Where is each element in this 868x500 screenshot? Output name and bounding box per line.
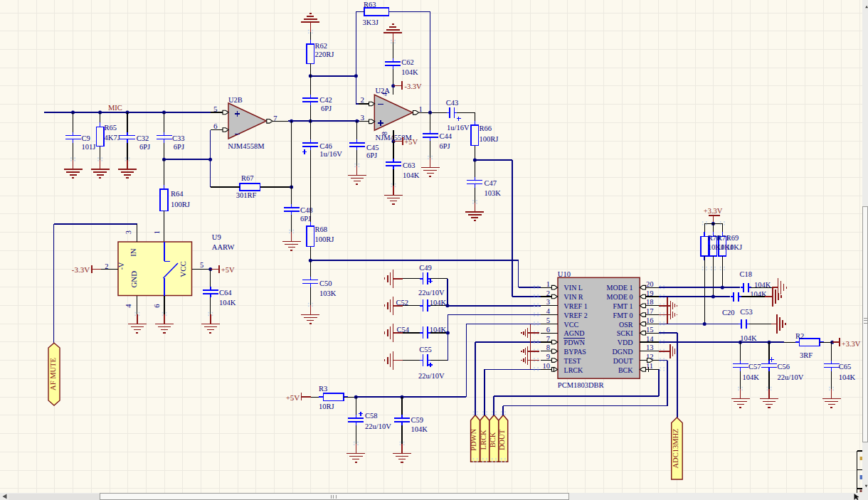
svg-text:VIN R: VIN R (564, 293, 583, 301)
svg-text:6PJ: 6PJ (321, 105, 332, 112)
svg-text:13: 13 (646, 344, 654, 351)
svg-text:C47: C47 (484, 179, 497, 187)
svg-text:C33: C33 (172, 134, 185, 142)
svg-text:2: 2 (546, 289, 550, 297)
svg-text:4K7J: 4K7J (105, 134, 120, 142)
svg-text:VREF 2: VREF 2 (564, 312, 588, 319)
svg-text:10KJ: 10KJ (726, 243, 742, 251)
svg-text:MIC: MIC (108, 104, 122, 112)
svg-text:18: 18 (646, 298, 654, 306)
svg-text:U9: U9 (212, 233, 221, 241)
svg-text:6: 6 (546, 326, 550, 334)
svg-text:R64: R64 (171, 190, 184, 198)
svg-text:6PJ: 6PJ (440, 142, 450, 150)
svg-text:FMT 1: FMT 1 (613, 302, 633, 310)
svg-text:17: 17 (646, 307, 654, 315)
svg-text:6PJ: 6PJ (174, 143, 184, 151)
svg-text:U2B: U2B (228, 96, 243, 104)
svg-text:C55: C55 (419, 346, 432, 353)
svg-text:AGND: AGND (564, 329, 585, 337)
svg-text:3: 3 (546, 298, 550, 306)
svg-text:104K: 104K (839, 373, 856, 381)
svg-text:+5V: +5V (404, 138, 418, 146)
svg-text:1: 1 (546, 280, 550, 288)
svg-text:20: 20 (646, 280, 654, 288)
svg-text:LRCK: LRCK (480, 430, 487, 450)
svg-text:C32: C32 (137, 134, 149, 142)
svg-text:IN: IN (129, 248, 137, 257)
svg-text:22u/10V: 22u/10V (365, 422, 391, 430)
svg-text:5: 5 (200, 261, 203, 269)
svg-text:104K: 104K (743, 373, 760, 381)
svg-text:C62: C62 (401, 58, 414, 66)
svg-text:22u/10V: 22u/10V (418, 289, 445, 297)
svg-text:5: 5 (213, 105, 218, 113)
svg-text:1u/16V: 1u/16V (447, 124, 470, 132)
svg-text:+5V: +5V (286, 393, 300, 402)
svg-text:8: 8 (546, 344, 550, 351)
svg-text:15: 15 (646, 326, 654, 334)
svg-text:BCK: BCK (489, 432, 497, 447)
svg-text:4: 4 (546, 307, 551, 315)
svg-text:C63: C63 (403, 161, 416, 169)
svg-text:8: 8 (381, 132, 388, 135)
svg-text:7: 7 (546, 335, 550, 343)
svg-text:BYPAS: BYPAS (564, 348, 586, 356)
svg-text:4: 4 (125, 304, 132, 308)
svg-text:100RJ: 100RJ (479, 135, 498, 143)
svg-text:R62: R62 (314, 42, 327, 50)
svg-text:104K: 104K (219, 299, 236, 307)
svg-text:R69: R69 (726, 234, 739, 242)
svg-text:DGND: DGND (613, 348, 633, 356)
svg-text:PCM1803DBR: PCM1803DBR (558, 381, 604, 389)
svg-text:SCKI: SCKI (617, 329, 633, 337)
svg-text:5: 5 (546, 317, 550, 324)
svg-text:+3.3V: +3.3V (704, 207, 723, 215)
svg-text:VREF 1: VREF 1 (564, 302, 588, 310)
svg-text:1u/16V: 1u/16V (319, 150, 342, 158)
svg-text:R2: R2 (795, 332, 804, 340)
svg-text:AF MUTE: AF MUTE (49, 358, 57, 390)
svg-text:220RJ: 220RJ (314, 50, 334, 58)
svg-text:16: 16 (646, 317, 654, 324)
svg-text:6PJ: 6PJ (139, 143, 150, 151)
svg-text:+3.3V: +3.3V (842, 340, 861, 348)
svg-text:104K: 104K (740, 334, 757, 342)
svg-text:3: 3 (125, 230, 132, 234)
svg-text:C57: C57 (748, 363, 761, 371)
svg-text:3K3J: 3K3J (363, 18, 379, 26)
svg-text:C18: C18 (740, 270, 753, 278)
svg-text:1: 1 (153, 230, 161, 234)
svg-text:100RJ: 100RJ (315, 235, 334, 243)
svg-text:C58: C58 (365, 412, 378, 420)
svg-text:U10: U10 (558, 270, 571, 278)
svg-text:C56: C56 (778, 363, 790, 371)
svg-text:10: 10 (543, 362, 551, 370)
svg-text:C64: C64 (219, 289, 232, 297)
svg-text:R63: R63 (364, 1, 376, 9)
svg-text:4: 4 (381, 92, 388, 96)
svg-text:-3.3V: -3.3V (72, 265, 90, 274)
svg-text:GND: GND (129, 271, 138, 288)
svg-text:C9: C9 (82, 134, 90, 142)
svg-text:-V: -V (117, 262, 125, 270)
svg-text:DOUT: DOUT (498, 429, 506, 450)
svg-text:LRCK: LRCK (564, 366, 583, 374)
svg-text:VIN L: VIN L (564, 284, 583, 292)
svg-text:C53: C53 (740, 308, 753, 316)
svg-text:C44: C44 (440, 132, 452, 140)
svg-text:TEST: TEST (564, 357, 581, 365)
svg-text:MODE 0: MODE 0 (607, 293, 633, 301)
svg-text:R3: R3 (319, 385, 327, 393)
svg-text:AARW: AARW (212, 243, 235, 251)
svg-text:C49: C49 (419, 264, 432, 272)
svg-text:2: 2 (361, 95, 365, 104)
svg-text:C59: C59 (411, 416, 424, 424)
svg-text:103K: 103K (484, 189, 501, 197)
svg-text:100RJ: 100RJ (171, 201, 190, 208)
svg-text:301RF: 301RF (236, 191, 257, 199)
svg-text:C46: C46 (319, 142, 332, 150)
svg-text:C43: C43 (446, 99, 459, 107)
svg-text:BCK: BCK (618, 366, 633, 374)
svg-text:R65: R65 (105, 124, 117, 132)
